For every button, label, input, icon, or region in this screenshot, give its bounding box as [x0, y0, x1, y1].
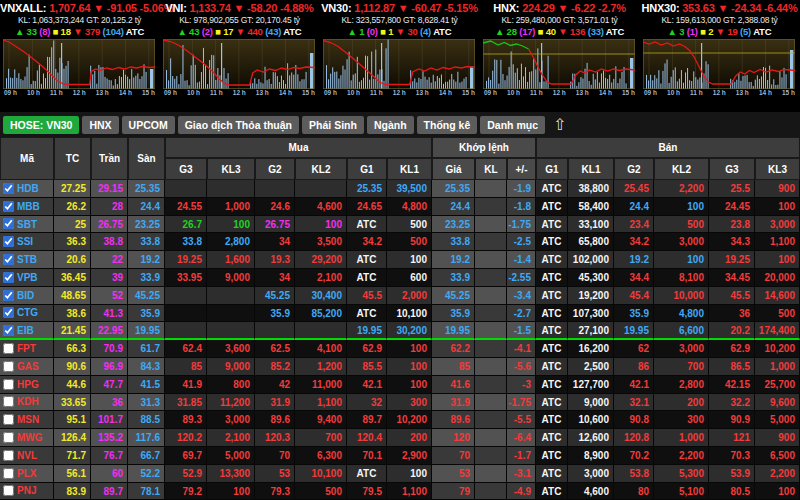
data-cell[interactable]: 38,800 — [568, 180, 614, 198]
data-cell[interactable] — [475, 287, 507, 305]
row-checkbox[interactable] — [3, 218, 14, 229]
data-cell[interactable]: 31.85 — [165, 394, 207, 412]
data-cell[interactable] — [475, 322, 507, 340]
data-cell[interactable]: 13,300 — [207, 465, 255, 483]
data-cell[interactable]: 42 — [255, 376, 295, 394]
table-row[interactable]: HDB27.2529.1525.3525.3539,50025.35-1.9AT… — [0, 180, 800, 198]
data-cell[interactable] — [475, 305, 507, 323]
data-cell[interactable]: 4,800 — [654, 305, 709, 323]
data-cell[interactable]: 29,200 — [295, 251, 347, 269]
data-cell[interactable]: 52.9 — [165, 465, 207, 483]
data-cell[interactable]: 34.2 — [614, 233, 654, 251]
data-cell[interactable]: 1,200 — [295, 358, 347, 376]
data-cell[interactable]: 70.1 — [347, 447, 387, 465]
data-cell[interactable]: ATC — [536, 305, 568, 323]
data-cell[interactable]: 79 — [432, 483, 475, 500]
data-cell[interactable]: 32 — [347, 394, 387, 412]
data-cell[interactable]: 11,200 — [207, 394, 255, 412]
data-cell[interactable]: 4,600 — [568, 483, 614, 500]
data-cell[interactable]: 41.6 — [432, 376, 475, 394]
row-checkbox[interactable] — [3, 325, 14, 336]
data-cell[interactable]: -1.75 — [507, 216, 536, 234]
data-cell[interactable] — [207, 287, 255, 305]
data-cell[interactable]: 11,000 — [295, 376, 347, 394]
data-cell[interactable]: 102,000 — [568, 251, 614, 269]
data-cell[interactable]: 1,000 — [654, 429, 709, 447]
data-cell[interactable]: ATC — [536, 447, 568, 465]
table-row[interactable]: PNJ83.989.778.179.210079.350079.51,10079… — [0, 483, 800, 500]
data-cell[interactable]: 6,600 — [654, 322, 709, 340]
data-cell[interactable]: 1,600 — [207, 251, 255, 269]
data-cell[interactable]: 1,000 — [755, 358, 800, 376]
data-cell[interactable]: 19.25 — [165, 251, 207, 269]
row-checkbox[interactable] — [3, 485, 14, 496]
data-cell[interactable]: 5,300 — [654, 465, 709, 483]
data-cell[interactable] — [165, 305, 207, 323]
data-cell[interactable]: 85.5 — [347, 358, 387, 376]
data-cell[interactable]: 58,400 — [568, 198, 614, 216]
data-cell[interactable]: 33,100 — [568, 216, 614, 234]
data-cell[interactable] — [255, 322, 295, 340]
data-cell[interactable]: 25.35 — [432, 180, 475, 198]
data-cell[interactable]: 42.15 — [709, 376, 755, 394]
data-cell[interactable]: 19.25 — [709, 251, 755, 269]
tab-hnx[interactable]: HNX — [82, 116, 118, 134]
data-cell[interactable]: 500 — [295, 483, 347, 500]
data-cell[interactable] — [207, 305, 255, 323]
data-cell[interactable]: 9,400 — [295, 411, 347, 429]
data-cell[interactable]: 19.2 — [432, 251, 475, 269]
data-cell[interactable]: 9,600 — [755, 394, 800, 412]
data-cell[interactable]: -1.8 — [507, 198, 536, 216]
data-cell[interactable]: 20.2 — [709, 322, 755, 340]
data-cell[interactable]: 33.9 — [432, 269, 475, 287]
data-cell[interactable]: 53.9 — [709, 465, 755, 483]
data-cell[interactable]: 25.35 — [347, 180, 387, 198]
data-cell[interactable]: 24.45 — [709, 198, 755, 216]
data-cell[interactable] — [475, 429, 507, 447]
data-cell[interactable] — [475, 180, 507, 198]
data-cell[interactable]: 24.55 — [165, 198, 207, 216]
data-cell[interactable]: 8,900 — [568, 447, 614, 465]
data-cell[interactable] — [255, 180, 295, 198]
data-cell[interactable]: 19.3 — [255, 251, 295, 269]
data-cell[interactable]: 24.65 — [347, 198, 387, 216]
data-cell[interactable]: 5,000 — [207, 447, 255, 465]
data-cell[interactable]: 2,100 — [207, 429, 255, 447]
data-cell[interactable]: 120.4 — [347, 429, 387, 447]
data-cell[interactable]: 9,000 — [568, 394, 614, 412]
data-cell[interactable]: 300 — [387, 394, 432, 412]
data-cell[interactable]: ATC — [536, 465, 568, 483]
data-cell[interactable] — [165, 322, 207, 340]
data-cell[interactable]: 120.2 — [165, 429, 207, 447]
data-cell[interactable]: 3,000 — [755, 216, 800, 234]
data-cell[interactable]: 2,800 — [207, 233, 255, 251]
data-cell[interactable]: ATC — [536, 180, 568, 198]
data-cell[interactable]: 39,500 — [387, 180, 432, 198]
row-checkbox[interactable] — [3, 414, 14, 425]
data-cell[interactable]: -5.5 — [507, 411, 536, 429]
data-cell[interactable]: 14,600 — [755, 287, 800, 305]
data-cell[interactable]: 80.5 — [709, 483, 755, 500]
data-cell[interactable]: 3,500 — [295, 233, 347, 251]
data-cell[interactable]: 70.3 — [709, 447, 755, 465]
data-cell[interactable]: 85 — [165, 358, 207, 376]
data-cell[interactable]: 8,100 — [654, 269, 709, 287]
data-cell[interactable]: 79.3 — [255, 483, 295, 500]
data-cell[interactable]: 100 — [654, 198, 709, 216]
data-cell[interactable]: ATC — [347, 305, 387, 323]
data-cell[interactable]: 45.25 — [432, 287, 475, 305]
data-cell[interactable]: 2,100 — [295, 269, 347, 287]
row-checkbox[interactable] — [3, 272, 14, 283]
data-cell[interactable]: 10,200 — [755, 340, 800, 358]
data-cell[interactable]: 79.2 — [165, 483, 207, 500]
data-cell[interactable]: 1,100 — [387, 483, 432, 500]
data-cell[interactable]: ATC — [536, 358, 568, 376]
data-cell[interactable]: 3,000 — [207, 411, 255, 429]
up-arrow-icon[interactable]: ⇧ — [553, 117, 566, 133]
data-cell[interactable]: -6.4 — [507, 429, 536, 447]
data-cell[interactable]: 45.5 — [347, 287, 387, 305]
data-cell[interactable]: -3 — [507, 376, 536, 394]
data-cell[interactable] — [475, 483, 507, 500]
data-cell[interactable]: 100 — [387, 340, 432, 358]
data-cell[interactable]: 30,400 — [295, 287, 347, 305]
